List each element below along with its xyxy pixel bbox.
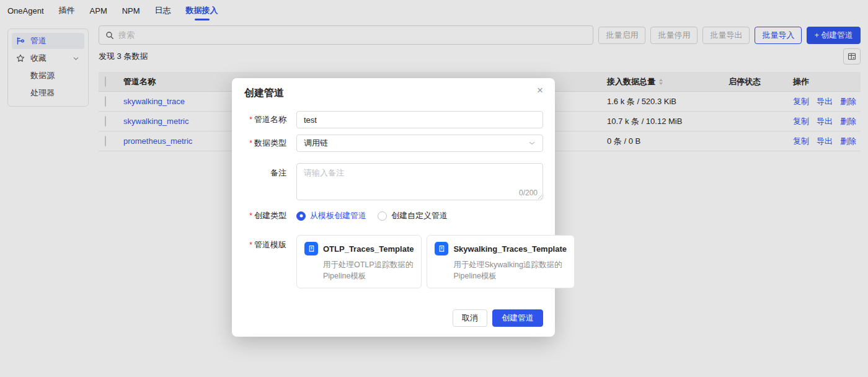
template-card-title: OTLP_Traces_Template — [323, 244, 414, 254]
data-type-select[interactable]: 调用链 — [296, 135, 543, 152]
required-mark: * — [249, 139, 252, 148]
create-pipeline-form: *管道名称 *数据类型 调用链 备注 0/200 — [244, 111, 543, 288]
data-type-field-label: 数据类型 — [254, 138, 286, 148]
create-pipeline-modal: 创建管道 × *管道名称 *数据类型 调用链 备注 0/200 — [232, 78, 555, 337]
template-card-title: Skywalking_Traces_Template — [453, 244, 567, 254]
chevron-down-icon — [528, 140, 536, 147]
char-counter: 0/200 — [519, 188, 538, 197]
name-field-label: 管道名称 — [254, 115, 286, 124]
template-card-skywalking[interactable]: Skywalking_Traces_Template 用于处理Skywalkin… — [427, 235, 575, 288]
modal-title: 创建管道 — [244, 87, 543, 100]
modal-footer: 取消 创建管道 — [453, 309, 543, 327]
form-row-name: *管道名称 — [244, 111, 543, 128]
radio-label: 从模板创建管道 — [310, 210, 366, 221]
close-icon[interactable]: × — [533, 84, 547, 97]
remark-field-label: 备注 — [270, 168, 286, 177]
template-card-otlp[interactable]: OTLP_Traces_Template 用于处理OTLP追踪数据的Pipeli… — [296, 235, 422, 288]
radio-icon — [378, 211, 387, 221]
cancel-button[interactable]: 取消 — [453, 309, 487, 327]
radio-custom-pipeline[interactable]: 创建自定义管道 — [378, 210, 448, 221]
template-icon — [304, 242, 318, 255]
template-icon — [435, 242, 448, 255]
required-mark: * — [249, 211, 252, 220]
radio-icon — [296, 211, 306, 221]
form-row-remark: 备注 0/200 — [244, 163, 543, 200]
create-type-field-label: 创建类型 — [254, 211, 286, 220]
pipeline-name-input[interactable] — [296, 111, 543, 128]
template-field-label: 管道模版 — [254, 240, 286, 249]
form-row-data-type: *数据类型 调用链 — [244, 135, 543, 152]
radio-from-template[interactable]: 从模板创建管道 — [296, 210, 366, 221]
data-type-selected-value: 调用链 — [304, 138, 528, 149]
submit-create-button[interactable]: 创建管道 — [492, 309, 543, 327]
template-card-desc: 用于处理OTLP追踪数据的Pipeline模板 — [323, 259, 414, 282]
remark-textarea[interactable] — [296, 163, 543, 200]
radio-label: 创建自定义管道 — [391, 210, 448, 221]
form-row-template: *管道模版 OTLP_Traces_Template 用于处理OTLP追踪数据的… — [244, 235, 543, 288]
required-mark: * — [249, 115, 252, 124]
required-mark: * — [249, 241, 252, 249]
form-row-create-type: *创建类型 从模板创建管道 创建自定义管道 — [244, 210, 543, 221]
template-card-desc: 用于处理Skywalking追踪数据的Pipeline模板 — [453, 259, 567, 282]
